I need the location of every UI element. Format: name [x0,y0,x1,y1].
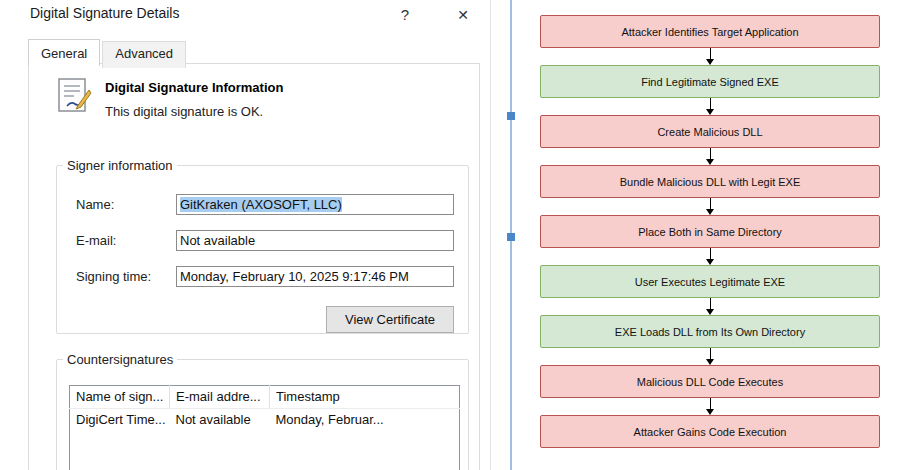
info-heading: Digital Signature Information [105,80,283,95]
flow-step-user-executes-exe[interactable]: User Executes Legitimate EXE [540,265,880,298]
tab-general[interactable]: General [28,39,100,66]
email-value: Not available [180,233,255,248]
arrow-down-icon [540,98,880,115]
arrow-down-icon [540,148,880,165]
flow-step-label: Bundle Malicious DLL with Legit EXE [620,176,801,188]
selection-handle[interactable] [507,233,515,241]
column-header-timestamp[interactable]: Timestamp [270,386,460,409]
arrow-down-icon [540,248,880,265]
name-value: GitKraken (AXOSOFT, LLC) [180,197,342,212]
email-field[interactable]: Not available [176,230,454,251]
close-icon[interactable]: ✕ [448,4,478,26]
flow-step-create-malicious-dll[interactable]: Create Malicious DLL [540,115,880,148]
flow-step-label: Create Malicious DLL [657,126,762,138]
cell-signer-timestamp: Monday, Februar... [270,408,460,431]
arrow-down-icon [540,48,880,65]
flow-step-identify-target[interactable]: Attacker Identifies Target Application [540,15,880,48]
signer-information-legend: Signer information [63,158,177,173]
help-icon[interactable]: ? [390,4,420,26]
digital-signature-details-dialog: Digital Signature Details ? ✕ General Ad… [0,0,491,470]
signing-time-label: Signing time: [76,269,151,284]
tab-strip: General Advanced [28,41,188,68]
flow-step-place-same-directory[interactable]: Place Both in Same Directory [540,215,880,248]
signing-time-field[interactable]: Monday, February 10, 2025 9:17:46 PM [176,266,454,287]
countersignatures-group: Countersignatures Name of sign... E-mail… [56,352,469,470]
signing-time-value: Monday, February 10, 2025 9:17:46 PM [180,269,409,284]
flow-step-label: Find Legitimate Signed EXE [641,76,779,88]
table-row[interactable]: DigiCert Time... Not available Monday, F… [70,408,460,431]
column-header-email[interactable]: E-mail addre... [170,386,270,409]
flow-step-find-signed-exe[interactable]: Find Legitimate Signed EXE [540,65,880,98]
flow-step-attacker-gains-execution[interactable]: Attacker Gains Code Execution [540,415,880,448]
flow-step-malicious-code-executes[interactable]: Malicious DLL Code Executes [540,365,880,398]
flow-step-label: EXE Loads DLL from Its Own Directory [615,326,805,338]
signature-icon [55,76,93,114]
name-label: Name: [76,197,114,212]
arrow-down-icon [540,398,880,415]
flow-step-label: Malicious DLL Code Executes [637,376,783,388]
selection-handle[interactable] [507,112,515,120]
flow-step-label: Attacker Identifies Target Application [621,26,798,38]
tab-advanced[interactable]: Advanced [102,41,186,68]
attack-flowchart: Attacker Identifies Target Application F… [540,15,880,448]
table-header-row: Name of sign... E-mail addre... Timestam… [70,386,460,409]
dialog-titlebar: Digital Signature Details ? ✕ [0,0,490,30]
email-label: E-mail: [76,233,116,248]
countersignatures-table[interactable]: Name of sign... E-mail addre... Timestam… [69,385,460,470]
view-certificate-button[interactable]: View Certificate [326,306,454,333]
flow-step-label: User Executes Legitimate EXE [635,276,785,288]
countersignatures-legend: Countersignatures [63,352,177,367]
signer-information-group: Signer information Name: GitKraken (AXOS… [56,158,469,334]
cell-signer-name: DigiCert Time... [70,408,170,431]
dialog-title: Digital Signature Details [30,5,179,21]
flow-step-exe-loads-dll[interactable]: EXE Loads DLL from Its Own Directory [540,315,880,348]
flow-step-bundle-dll[interactable]: Bundle Malicious DLL with Legit EXE [540,165,880,198]
arrow-down-icon [540,298,880,315]
flow-step-label: Attacker Gains Code Execution [634,426,787,438]
arrow-down-icon [540,348,880,365]
arrow-down-icon [540,198,880,215]
name-field[interactable]: GitKraken (AXOSOFT, LLC) [176,194,454,215]
cell-signer-email: Not available [170,408,270,431]
table-empty-space [70,431,460,470]
flow-step-label: Place Both in Same Directory [638,226,782,238]
general-tab-panel: Digital Signature Information This digit… [28,63,480,470]
info-subtext: This digital signature is OK. [105,104,263,119]
column-header-name[interactable]: Name of sign... [70,386,170,409]
